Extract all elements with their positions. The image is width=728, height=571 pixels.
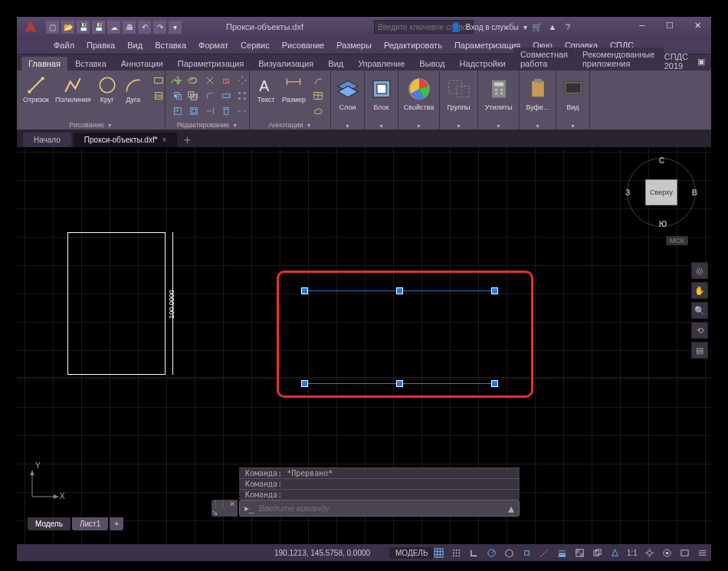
ribtab-visual[interactable]: Визуализация — [251, 57, 320, 71]
viewcube-north[interactable]: С — [659, 156, 664, 165]
ribtab-featured[interactable]: Рекомендованные приложения — [576, 48, 664, 71]
qat-more-icon[interactable]: ▾ — [169, 21, 182, 34]
help-icon[interactable]: ? — [562, 21, 573, 32]
polyline-button[interactable]: Полилиния — [54, 74, 93, 105]
close-button[interactable]: ✕ — [684, 17, 711, 34]
sb-grid-icon[interactable] — [431, 546, 446, 560]
signin-label[interactable]: Вход в службы — [466, 23, 519, 31]
grip[interactable] — [491, 380, 498, 387]
grip[interactable] — [491, 287, 498, 294]
a360-icon[interactable]: ▲ — [547, 21, 558, 32]
grip[interactable] — [301, 287, 308, 294]
dim-button[interactable]: Размер — [280, 74, 307, 105]
arc-button[interactable]: Дуга — [122, 74, 145, 105]
hatch-icon[interactable] — [151, 89, 166, 103]
sb-annoscale-icon[interactable] — [607, 546, 622, 560]
ribtab-view[interactable]: Вид — [321, 57, 350, 71]
ribtab-spds[interactable]: СПДС 2019 — [664, 52, 688, 71]
trim-icon[interactable] — [202, 74, 218, 87]
minimize-button[interactable]: ─ — [628, 17, 656, 34]
qat-saveas-icon[interactable]: 💾 — [92, 21, 105, 34]
panel-draw-title[interactable]: Рисование — [69, 121, 103, 129]
qat-save-icon[interactable]: 💾 — [77, 21, 90, 34]
ribtab-addins[interactable]: Надстройки — [453, 57, 513, 71]
menu-insert[interactable]: Вставка — [149, 39, 192, 51]
doctab-active[interactable]: Прокси-объекты.dxf* — [74, 133, 178, 147]
block-button[interactable]: Блок — [369, 74, 393, 113]
navbar-wheel-icon[interactable]: ◎ — [691, 262, 708, 279]
qat-open-icon[interactable]: 📂 — [61, 21, 74, 34]
layout-plus-icon[interactable]: + — [110, 517, 123, 530]
grip[interactable] — [396, 287, 403, 294]
navbar-zoom-icon[interactable]: 🔍 — [691, 302, 708, 319]
signin-dd-icon[interactable]: ▾ — [523, 23, 527, 31]
cloud-icon[interactable] — [310, 104, 326, 118]
menu-edit[interactable]: Правка — [80, 39, 121, 51]
array-icon[interactable] — [234, 89, 250, 103]
sb-customize-icon[interactable] — [695, 546, 710, 560]
drawing-canvas[interactable]: document.write(Array.from({length:25},(_… — [17, 147, 711, 544]
sb-fullscreen-icon[interactable] — [677, 546, 693, 560]
leader-icon[interactable] — [310, 74, 326, 87]
panel-annot-title[interactable]: Аннотации — [269, 121, 303, 129]
cmd-handle[interactable]: ⋮⋮ ✕ ↘ — [212, 500, 238, 517]
command-line[interactable]: ▸_ ▴ — [239, 500, 520, 517]
break-icon[interactable] — [234, 104, 250, 118]
offset-icon[interactable] — [186, 104, 202, 118]
status-coords[interactable]: 190.1213, 145.5758, 0.0000 — [274, 549, 370, 557]
ribtab-insert[interactable]: Вставка — [68, 57, 113, 71]
viewcube[interactable]: Сверху С Ю В З — [627, 158, 696, 227]
rotate-icon[interactable] — [186, 74, 202, 87]
sb-scale-label[interactable]: 1:1 — [625, 546, 640, 560]
sb-gear-icon[interactable] — [642, 546, 657, 560]
cmd-recent-icon[interactable]: ▴ — [508, 501, 514, 516]
ucs-name[interactable]: МСК — [666, 236, 688, 245]
grip[interactable] — [301, 380, 308, 387]
sb-snap-icon[interactable] — [448, 546, 464, 560]
qat-new-icon[interactable]: ▢ — [46, 21, 59, 34]
ribtab-param[interactable]: Параметризация — [171, 57, 251, 71]
sb-otrack-icon[interactable] — [536, 546, 552, 560]
signin-icon[interactable]: 👤 — [451, 21, 461, 32]
mirror-icon[interactable] — [186, 89, 202, 103]
command-input[interactable] — [259, 504, 503, 513]
stretch-icon[interactable] — [218, 89, 234, 103]
maximize-button[interactable]: ☐ — [656, 17, 684, 34]
navbar-show-icon[interactable]: ▤ — [691, 342, 708, 359]
qat-web-icon[interactable]: ☁ — [107, 21, 120, 34]
navbar-orbit-icon[interactable]: ⟲ — [691, 322, 708, 339]
ribtab-home[interactable]: Главная — [21, 57, 67, 71]
view-button[interactable]: Вид — [561, 74, 585, 113]
ribtab-collab[interactable]: Совместная работа — [513, 48, 575, 71]
doctab-home[interactable]: Начало — [23, 133, 71, 147]
table-icon[interactable] — [310, 89, 326, 103]
menu-view[interactable]: Вид — [121, 39, 149, 51]
ribbon-collapse-icon[interactable]: ▣ — [697, 57, 705, 67]
sb-isolate-icon[interactable] — [660, 546, 675, 560]
sb-transparency-icon[interactable] — [572, 546, 587, 560]
status-model-button[interactable]: МОДЕЛЬ — [389, 547, 434, 559]
line-button[interactable]: Отрезок — [21, 74, 51, 105]
doctab-plus-icon[interactable]: + — [179, 133, 195, 147]
layout-sheet1[interactable]: Лист1 — [72, 517, 108, 530]
align-icon[interactable] — [218, 104, 234, 118]
menu-tools[interactable]: Сервис — [234, 39, 276, 51]
erase-icon[interactable] — [218, 74, 234, 87]
text-button[interactable]: A Текст — [254, 74, 277, 105]
sb-osnap-icon[interactable] — [519, 546, 534, 560]
exchange-icon[interactable]: 🛒 — [532, 21, 543, 32]
menu-file[interactable]: Файл — [48, 39, 80, 51]
scale-icon[interactable] — [170, 104, 185, 118]
fillet-icon[interactable] — [202, 89, 218, 103]
groups-button[interactable]: Группы — [444, 74, 473, 113]
move-icon[interactable] — [170, 74, 185, 87]
rect-icon[interactable] — [151, 74, 166, 87]
sb-lineweight-icon[interactable] — [554, 546, 569, 560]
menu-draw[interactable]: Рисование — [276, 39, 330, 51]
sb-polar-icon[interactable] — [484, 546, 499, 560]
viewcube-south[interactable]: Ю — [659, 220, 667, 228]
app-logo-icon[interactable] — [20, 18, 41, 35]
menu-format[interactable]: Формат — [192, 39, 234, 51]
layout-model[interactable]: Модель — [28, 517, 71, 530]
grip[interactable] — [396, 380, 403, 387]
